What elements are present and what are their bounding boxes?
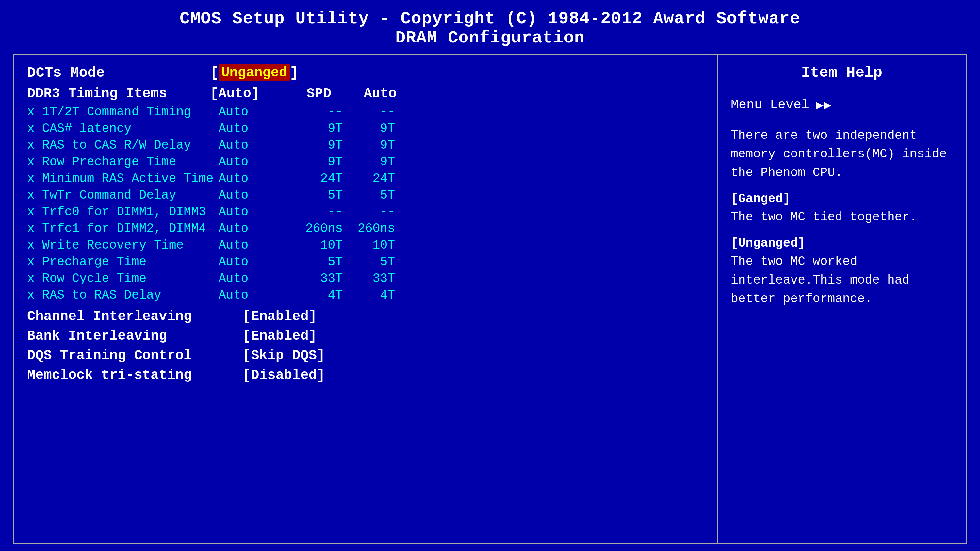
help-paragraph: [Ganged]: [731, 192, 953, 206]
item-help-title: Item Help: [731, 64, 953, 87]
timing-x-mark: x: [27, 155, 37, 169]
timing-values: Auto -- --: [218, 105, 395, 119]
menu-level-arrow: ▶▶: [816, 97, 831, 113]
dcts-value[interactable]: Unganged: [218, 64, 290, 81]
val-spd: 10T: [277, 238, 343, 252]
timing-values: Auto 5T 5T: [218, 255, 395, 269]
val-auto2: --: [343, 105, 395, 119]
val-auto2: 4T: [343, 288, 395, 302]
timing-x-mark: x: [27, 238, 37, 252]
val-spd: 4T: [277, 288, 343, 302]
timing-label: Write Recovery Time: [42, 238, 218, 252]
left-panel: DCTs Mode [Unganged] DDR3 Timing Items […: [14, 54, 718, 543]
val-auto: Auto: [218, 205, 277, 219]
timing-x-mark: x: [27, 171, 37, 186]
timing-row: x Row Cycle Time Auto 33T 33T: [27, 272, 704, 286]
val-spd: 9T: [277, 138, 343, 152]
bottom-value: [Enabled]: [243, 328, 317, 344]
dcts-mode-label: DCTs Mode: [27, 65, 210, 81]
menu-level-text: Menu Level: [731, 98, 809, 112]
timing-row: x Row Precharge Time Auto 9T 9T: [27, 155, 704, 169]
timing-row: x CAS# latency Auto 9T 9T: [27, 122, 704, 135]
timing-items-list: x 1T/2T Command Timing Auto -- -- x CAS#…: [27, 105, 704, 302]
bottom-label: DQS Training Control: [27, 348, 243, 364]
val-spd: 5T: [277, 188, 343, 202]
dcts-bracket-open: [: [210, 65, 218, 81]
col-auto2: Auto: [351, 86, 396, 102]
timing-label: Trfc0 for DIMM1, DIMM3: [42, 205, 218, 219]
timing-label: Precharge Time: [42, 255, 218, 269]
bottom-row: Memclock tri-stating [Disabled]: [27, 367, 704, 383]
timing-label: RAS to CAS R/W Delay: [42, 138, 218, 152]
val-auto2: 260ns: [343, 221, 395, 235]
val-auto2: 9T: [343, 122, 395, 135]
val-auto: Auto: [218, 122, 277, 135]
timing-values: Auto 10T 10T: [218, 238, 395, 252]
timing-label: Trfc1 for DIMM2, DIMM4: [42, 221, 218, 235]
timing-label: TwTr Command Delay: [42, 188, 218, 202]
bottom-label: Memclock tri-stating: [27, 367, 243, 383]
header-subtitle: DRAM Configuration: [180, 29, 800, 48]
val-auto: Auto: [218, 105, 277, 119]
val-auto: Auto: [218, 221, 277, 235]
timing-values: Auto 9T 9T: [218, 122, 395, 135]
val-auto2: 9T: [343, 155, 395, 169]
dcts-mode-row: DCTs Mode [Unganged]: [27, 64, 704, 81]
timing-label: 1T/2T Command Timing: [42, 105, 218, 119]
timing-values: Auto 4T 4T: [218, 288, 395, 302]
timing-label: RAS to RAS Delay: [42, 288, 218, 302]
ddr3-col-headers: [Auto] SPD Auto: [210, 86, 396, 102]
timing-row: x Minimum RAS Active Time Auto 24T 24T: [27, 171, 704, 186]
timing-row: x Write Recovery Time Auto 10T 10T: [27, 238, 704, 252]
timing-x-mark: x: [27, 221, 37, 235]
val-spd: 260ns: [277, 221, 343, 235]
timing-x-mark: x: [27, 188, 37, 202]
val-auto2: 33T: [343, 272, 395, 286]
bottom-value: [Disabled]: [243, 367, 325, 383]
val-auto: Auto: [218, 238, 277, 252]
timing-x-mark: x: [27, 205, 37, 219]
val-auto2: --: [343, 205, 395, 219]
bottom-row: DQS Training Control [Skip DQS]: [27, 348, 704, 364]
header: CMOS Setup Utility - Copyright (C) 1984-…: [180, 9, 800, 48]
bottom-section: Channel Interleaving [Enabled] Bank Inte…: [27, 309, 704, 383]
timing-label: Row Cycle Time: [42, 272, 218, 286]
val-auto: Auto: [218, 255, 277, 269]
timing-values: Auto 24T 24T: [218, 171, 395, 186]
val-auto2: 9T: [343, 138, 395, 152]
ddr3-header-row: DDR3 Timing Items [Auto] SPD Auto: [27, 86, 704, 102]
timing-values: Auto 9T 9T: [218, 155, 395, 169]
val-auto2: 5T: [343, 188, 395, 202]
col-spd: SPD: [279, 86, 331, 102]
help-content: There are two independent memory control…: [731, 126, 953, 308]
help-paragraph: The two MC tied together.: [731, 208, 953, 226]
timing-x-mark: x: [27, 138, 37, 152]
bottom-row: Channel Interleaving [Enabled]: [27, 309, 704, 324]
bottom-value: [Enabled]: [243, 309, 317, 324]
val-auto2: 10T: [343, 238, 395, 252]
val-auto2: 5T: [343, 255, 395, 269]
timing-values: Auto 5T 5T: [218, 188, 395, 202]
val-auto: Auto: [218, 272, 277, 286]
val-auto: Auto: [218, 138, 277, 152]
val-spd: 9T: [277, 122, 343, 135]
timing-row: x RAS to RAS Delay Auto 4T 4T: [27, 288, 704, 302]
bottom-label: Channel Interleaving: [27, 309, 243, 324]
val-auto: Auto: [218, 288, 277, 302]
timing-row: x Precharge Time Auto 5T 5T: [27, 255, 704, 269]
val-spd: 33T: [277, 272, 343, 286]
timing-values: Auto 260ns 260ns: [218, 221, 395, 235]
val-auto: Auto: [218, 171, 277, 186]
help-paragraph: There are two independent memory control…: [731, 126, 953, 182]
timing-row: x 1T/2T Command Timing Auto -- --: [27, 105, 704, 119]
timing-label: Row Precharge Time: [42, 155, 218, 169]
bottom-label: Bank Interleaving: [27, 328, 243, 344]
timing-x-mark: x: [27, 272, 37, 286]
timing-values: Auto -- --: [218, 205, 395, 219]
main-container: DCTs Mode [Unganged] DDR3 Timing Items […: [13, 54, 967, 545]
val-spd: 24T: [277, 171, 343, 186]
timing-x-mark: x: [27, 122, 37, 135]
timing-label: CAS# latency: [42, 122, 218, 135]
val-spd: 5T: [277, 255, 343, 269]
timing-row: x RAS to CAS R/W Delay Auto 9T 9T: [27, 138, 704, 152]
